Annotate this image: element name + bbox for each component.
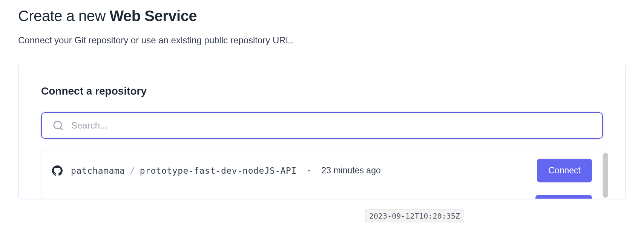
repository-list: patchamama / prototype-fast-dev-nodeJS-A… [41, 150, 603, 199]
connect-repository-card: Connect a repository patchamama / protot… [18, 64, 626, 199]
scrollbar[interactable] [603, 153, 608, 198]
repository-row-partial [41, 191, 603, 199]
repo-owner: patchamama [71, 166, 125, 176]
repo-name: prototype-fast-dev-nodeJS-API [140, 166, 297, 176]
connect-button[interactable]: Connect [537, 159, 592, 182]
svg-line-1 [60, 128, 62, 130]
repository-row: patchamama / prototype-fast-dev-nodeJS-A… [41, 150, 603, 191]
page-title-prefix: Create a new [18, 8, 110, 24]
search-input[interactable] [71, 120, 592, 131]
page-title: Create a new Web Service [18, 8, 626, 24]
page-title-bold: Web Service [110, 8, 197, 24]
search-container[interactable] [41, 112, 603, 139]
repo-separator: / [130, 166, 135, 176]
page-subtitle: Connect your Git repository or use an ex… [18, 35, 626, 46]
search-icon [52, 120, 64, 131]
repo-time-ago: 23 minutes ago [321, 165, 380, 176]
connect-button-partial[interactable] [535, 195, 592, 199]
bullet-separator: • [308, 167, 310, 174]
repo-path: patchamama / prototype-fast-dev-nodeJS-A… [71, 166, 297, 176]
card-title: Connect a repository [41, 85, 603, 97]
github-icon [52, 165, 63, 176]
